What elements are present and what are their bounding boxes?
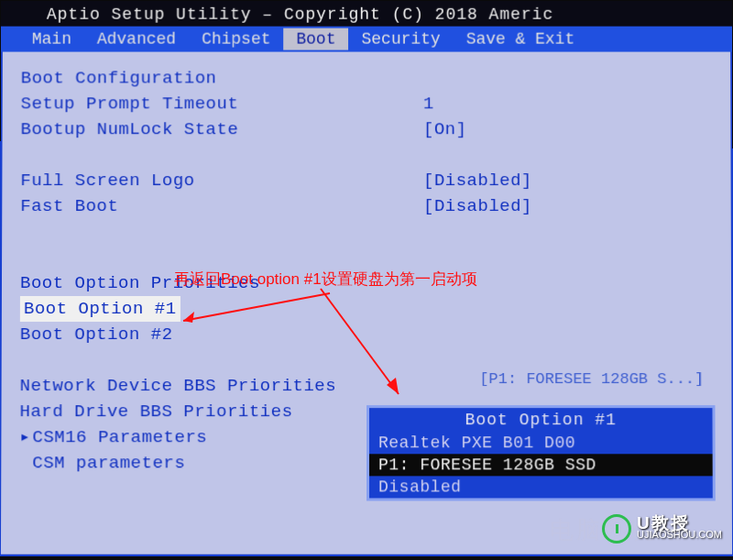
watermark-text: U教授 UJIAOSHOU.COM xyxy=(637,517,722,541)
boot-option-1-label: Boot Option #1 xyxy=(20,296,181,322)
title-bar: Aptio Setup Utility – Copyright (C) 2018… xyxy=(1,1,732,27)
boot-config-header: Boot Configuration xyxy=(21,66,713,92)
popup-option-disabled[interactable]: Disabled xyxy=(369,476,713,498)
numlock-label: Bootup NumLock State xyxy=(20,116,422,142)
boot-option-popup: Boot Option #1 Realtek PXE B01 D00 P1: F… xyxy=(366,405,716,500)
fast-boot-value: [Disabled] xyxy=(423,193,532,219)
numlock-row[interactable]: Bootup NumLock State [On] xyxy=(20,116,712,142)
menu-advanced[interactable]: Advanced xyxy=(84,28,189,50)
menu-save-exit[interactable]: Save & Exit xyxy=(454,28,588,50)
boot-option-2-label: Boot Option #2 xyxy=(20,322,173,347)
setup-prompt-row[interactable]: Setup Prompt Timeout 1 xyxy=(21,91,713,116)
watermark: U教授 UJIAOSHOU.COM xyxy=(602,514,722,544)
full-screen-logo-label: Full Screen Logo xyxy=(20,168,423,193)
annotation-text: 再返回Boot option #1设置硬盘为第一启动项 xyxy=(174,269,477,290)
annotation-arrow-right-icon xyxy=(312,284,440,412)
setup-prompt-value: 1 xyxy=(423,91,434,116)
menu-main[interactable]: Main xyxy=(19,28,84,50)
submenu-arrow-icon: ▸ xyxy=(19,424,32,450)
popup-option-pxe[interactable]: Realtek PXE B01 D00 xyxy=(369,432,713,454)
menu-bar: Main Advanced Chipset Boot Security Save… xyxy=(1,27,732,52)
menu-security[interactable]: Security xyxy=(349,28,454,50)
menu-chipset[interactable]: Chipset xyxy=(189,28,283,50)
watermark-logo-icon xyxy=(602,514,631,544)
popup-option-ssd[interactable]: P1: FORESEE 128GB SSD xyxy=(369,454,713,476)
fast-boot-row[interactable]: Fast Boot [Disabled] xyxy=(20,193,713,219)
current-boot-value: [P1: FORESEE 128GB S...] xyxy=(479,370,704,388)
menu-boot[interactable]: Boot xyxy=(283,28,348,50)
svg-line-0 xyxy=(183,293,330,321)
full-screen-logo-value: [Disabled] xyxy=(423,168,532,193)
numlock-value: [On] xyxy=(423,116,467,142)
svg-marker-1 xyxy=(183,312,194,323)
fast-boot-label: Fast Boot xyxy=(20,193,423,219)
full-screen-logo-row[interactable]: Full Screen Logo [Disabled] xyxy=(20,168,712,193)
setup-prompt-label: Setup Prompt Timeout xyxy=(21,91,423,116)
svg-line-2 xyxy=(321,289,399,394)
